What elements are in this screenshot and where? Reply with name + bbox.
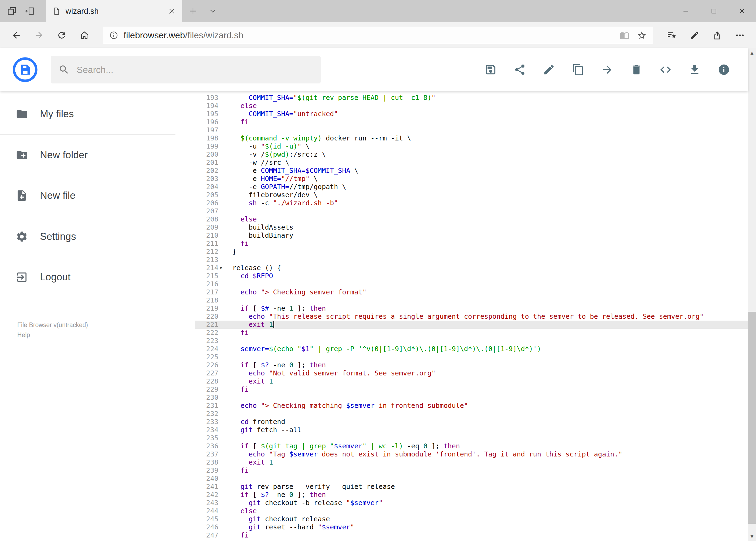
code-line[interactable]: 226 if [ $? -ne 0 ]; then (195, 361, 748, 369)
code-line[interactable]: 237 echo "Tag $semver does not exist in … (195, 450, 748, 458)
code-line[interactable]: 211 fi (195, 240, 748, 248)
code-line[interactable]: 246 git reset --hard "$semver" (195, 523, 748, 531)
code-line[interactable]: 206 sh -c "./wizard.sh -b" (195, 199, 748, 207)
scroll-down-icon[interactable]: ▼ (748, 532, 756, 541)
save-icon[interactable] (484, 64, 497, 76)
code-line[interactable]: 199 -u "$(id -u)" \ (195, 142, 748, 151)
help-link[interactable]: Help (17, 330, 88, 340)
hub-icon[interactable] (663, 26, 681, 44)
home-icon[interactable] (75, 26, 93, 44)
code-line[interactable]: 209 buildAssets (195, 224, 748, 232)
address-bar[interactable]: filebrowser.web/files/wizard.sh (103, 27, 653, 44)
code-line[interactable]: 244 else (195, 507, 748, 515)
code-line[interactable]: 233 cd frontend (195, 418, 748, 426)
code-line[interactable]: 245 git checkout release (195, 515, 748, 523)
search-input[interactable] (77, 65, 313, 75)
code-line[interactable]: 247 fi (195, 531, 748, 539)
search-bar[interactable] (51, 56, 321, 84)
code-icon[interactable] (659, 64, 672, 76)
code-line[interactable]: 215 cd $REPO (195, 272, 748, 280)
more-icon[interactable] (731, 26, 749, 44)
sidebar-item-logout[interactable]: Logout (0, 257, 195, 297)
active-code-line[interactable]: 221 exit 1 (195, 320, 748, 329)
code-line[interactable]: 204 -e GOPATH=//tmp/gopath \ (195, 183, 748, 191)
browser-tab[interactable]: wizard.sh (46, 0, 182, 22)
code-line[interactable]: 213 (195, 256, 748, 264)
set-tabs-aside-icon[interactable] (25, 6, 35, 16)
code-line[interactable]: 201 -w //src \ (195, 159, 748, 167)
delete-icon[interactable] (630, 64, 642, 76)
code-line[interactable]: 214▾release () { (195, 264, 748, 272)
code-line[interactable]: 205 filebrowser/dev \ (195, 191, 748, 199)
code-editor[interactable]: 193 COMMIT_SHA="$(git rev-parse HEAD | c… (195, 91, 748, 541)
code-line[interactable]: 224 semver=$(echo "$1" | grep -P '^v(0|[… (195, 345, 748, 353)
sidebar-item-my-files[interactable]: My files (0, 94, 195, 134)
code-line[interactable]: 241 git rev-parse --verify --quiet relea… (195, 483, 748, 491)
code-line[interactable]: 202 -e COMMIT_SHA=$COMMIT_SHA \ (195, 167, 748, 175)
show-set-aside-tabs-icon[interactable] (7, 6, 17, 16)
forward-icon[interactable] (30, 26, 48, 44)
fold-marker-icon[interactable]: ▾ (218, 264, 225, 272)
back-icon[interactable] (7, 26, 25, 44)
reading-view-icon[interactable] (620, 31, 630, 40)
code-line[interactable]: 212} (195, 248, 748, 256)
copy-icon[interactable] (572, 64, 584, 76)
code-line[interactable]: 203 -e HOME="//tmp" \ (195, 175, 748, 183)
maximize-icon[interactable] (700, 0, 728, 22)
code-line[interactable]: 234 git fetch --all (195, 426, 748, 434)
code-line[interactable]: 225 (195, 353, 748, 361)
code-line[interactable]: 227 echo "Not valid semver format. See s… (195, 369, 748, 377)
favorite-star-icon[interactable] (637, 31, 647, 40)
code-line[interactable]: 228 exit 1 (195, 377, 748, 385)
code-line[interactable]: 235 (195, 434, 748, 442)
minimize-icon[interactable] (672, 0, 700, 22)
code-line[interactable]: 218 (195, 296, 748, 304)
code-line[interactable]: 193 COMMIT_SHA="$(git rev-parse HEAD | c… (195, 94, 748, 102)
refresh-icon[interactable] (53, 26, 71, 44)
code-line[interactable]: 236 if [ $(git tag | grep "$semver" | wc… (195, 442, 748, 450)
close-icon[interactable] (728, 0, 756, 22)
code-line[interactable]: 200 -v /$(pwd):/src:z \ (195, 151, 748, 159)
new-tab-button[interactable] (182, 0, 204, 22)
scrollbar-thumb[interactable] (748, 312, 756, 524)
edit-icon[interactable] (543, 64, 555, 76)
code-line[interactable]: 239 fi (195, 466, 748, 475)
code-line[interactable]: 238 exit 1 (195, 458, 748, 466)
code-line[interactable]: 216 (195, 280, 748, 288)
code-line[interactable]: 222 fi (195, 329, 748, 337)
close-tab-icon[interactable] (168, 7, 176, 15)
code-line[interactable]: 243 git checkout -b release "$semver" (195, 499, 748, 507)
code-line[interactable]: 194 else (195, 102, 748, 110)
code-line[interactable]: 231 echo "> Checking matching $semver in… (195, 402, 748, 410)
code-line[interactable]: 240 (195, 475, 748, 483)
move-icon[interactable] (601, 64, 614, 76)
code-line[interactable]: 229 fi (195, 385, 748, 393)
code-line[interactable]: 198 $(command -v winpty) docker run --rm… (195, 134, 748, 142)
site-info-icon[interactable] (109, 31, 118, 40)
annotate-pen-icon[interactable] (685, 26, 703, 44)
info-icon[interactable] (718, 64, 730, 76)
sidebar-item-settings[interactable]: Settings (0, 216, 195, 257)
code-line[interactable]: 197 (195, 126, 748, 134)
code-line[interactable]: 220 echo "This release script requires a… (195, 312, 748, 320)
tab-list-button[interactable] (204, 0, 222, 22)
code-line[interactable]: 242 if [ $? -ne 0 ]; then (195, 491, 748, 499)
sidebar-item-new-file[interactable]: New file (0, 175, 195, 216)
code-line[interactable]: 210 buildBinary (195, 232, 748, 240)
code-line[interactable]: 217 echo "> Checking semver format" (195, 288, 748, 296)
code-line[interactable]: 219 if [ $# -ne 1 ]; then (195, 304, 748, 312)
share-icon[interactable] (514, 64, 526, 76)
code-line[interactable]: 232 (195, 410, 748, 418)
code-line[interactable]: 223 (195, 337, 748, 345)
sidebar-item-new-folder[interactable]: New folder (0, 135, 195, 175)
download-icon[interactable] (688, 64, 701, 76)
filebrowser-logo[interactable] (12, 57, 38, 82)
code-line[interactable]: 196 fi (195, 118, 748, 126)
share-page-icon[interactable] (708, 26, 726, 44)
code-line[interactable]: 207 (195, 207, 748, 215)
code-line[interactable]: 195 COMMIT_SHA="untracked" (195, 110, 748, 118)
scrollbar[interactable]: ▲ ▼ (748, 48, 756, 541)
code-line[interactable]: 208 else (195, 215, 748, 224)
code-line[interactable]: 230 (195, 393, 748, 402)
scroll-up-icon[interactable]: ▲ (748, 48, 756, 58)
